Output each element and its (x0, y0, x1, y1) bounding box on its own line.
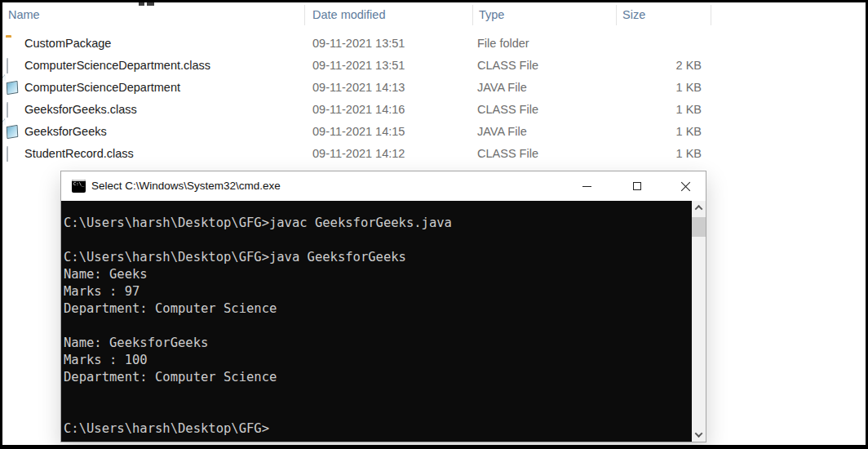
file-icon (6, 147, 20, 161)
terminal-line: Department: Computer Science (64, 300, 692, 318)
cmd-icon: C:\_ (72, 180, 86, 193)
terminal-line: Marks : 97 (64, 283, 692, 300)
file-name: CustomPackage (24, 33, 111, 55)
file-type: CLASS File (477, 99, 538, 121)
column-divider (304, 5, 305, 25)
java-book-icon (6, 125, 20, 139)
console-title-bar[interactable]: C:\_ Select C:\Windows\System32\cmd.exe (61, 171, 706, 201)
file-name: ComputerScienceDepartment.class (24, 55, 210, 77)
terminal-line: C:\Users\harsh\Desktop\GFG> (64, 420, 692, 438)
window-title: Select C:\Windows\System32\cmd.exe (91, 171, 281, 201)
terminal-line: Name: Geeks (64, 266, 692, 283)
file-name: GeeksforGeeks.class (24, 99, 137, 121)
file-date-modified: 09-11-2021 14:12 (312, 143, 405, 165)
minimize-icon (582, 186, 591, 187)
table-row[interactable]: GeeksforGeeks.class 09-11-2021 14:16 CLA… (2, 99, 866, 121)
column-divider (711, 5, 711, 25)
file-date-modified: 09-11-2021 13:51 (312, 55, 405, 77)
file-size: 2 KB (602, 55, 702, 77)
file-name: StudentRecord.class (24, 143, 134, 165)
file-type: JAVA File (477, 121, 527, 143)
terminal-line: Name: GeeksforGeeks (64, 335, 692, 352)
file-name: GeeksforGeeks (24, 121, 107, 143)
file-type: CLASS File (477, 55, 538, 77)
terminal-output[interactable]: C:\Users\harsh\Desktop\GFG>javac Geeksfo… (61, 201, 692, 442)
close-icon (680, 181, 691, 192)
file-size: 1 KB (602, 77, 702, 99)
file-size: 1 KB (602, 121, 702, 143)
file-size: 1 KB (602, 99, 702, 121)
scroll-up-button[interactable] (692, 201, 706, 215)
terminal-line (64, 403, 692, 420)
terminal-line (64, 232, 692, 249)
file-type: File folder (477, 33, 529, 55)
file-date-modified: 09-11-2021 14:13 (312, 77, 405, 99)
column-divider (472, 5, 473, 25)
table-row[interactable]: StudentRecord.class 09-11-2021 14:12 CLA… (2, 143, 866, 165)
column-header-date-modified[interactable]: Date modified (312, 2, 385, 28)
column-divider (616, 5, 617, 25)
minimize-button[interactable] (568, 171, 605, 201)
file-type: JAVA File (477, 77, 527, 99)
file-name: ComputerScienceDepartment (24, 77, 180, 99)
explorer-column-headers: Name Date modified Type Size (2, 2, 866, 28)
table-row[interactable]: ComputerScienceDepartment 09-11-2021 14:… (2, 77, 866, 99)
cmd-window: C:\_ Select C:\Windows\System32\cmd.exe … (60, 171, 706, 442)
terminal-line: Marks : 100 (64, 352, 692, 369)
screenshot-frame: Name Date modified Type Size CustomPacka… (0, 0, 868, 449)
column-header-name[interactable]: Name (8, 2, 40, 28)
folder-icon (6, 37, 20, 51)
file-icon (6, 103, 20, 117)
scrollbar-thumb[interactable] (692, 217, 706, 237)
column-header-size[interactable]: Size (622, 2, 645, 28)
table-row[interactable]: ComputerScienceDepartment.class 09-11-20… (2, 55, 866, 77)
scrollbar[interactable] (692, 201, 706, 442)
terminal-line (64, 386, 692, 403)
chevron-down-icon (695, 429, 703, 438)
file-date-modified: 09-11-2021 13:51 (312, 33, 405, 55)
file-date-modified: 09-11-2021 14:15 (312, 121, 405, 143)
close-button[interactable] (666, 171, 704, 201)
java-book-icon (6, 81, 20, 95)
console-body: C:\Users\harsh\Desktop\GFG>javac Geeksfo… (61, 201, 706, 442)
maximize-button[interactable] (618, 171, 656, 201)
table-row[interactable]: CustomPackage 09-11-2021 13:51 File fold… (2, 33, 866, 55)
terminal-line (64, 318, 692, 335)
file-size (602, 33, 702, 55)
chevron-up-icon (695, 205, 703, 213)
file-type: CLASS File (477, 143, 538, 165)
file-list: CustomPackage 09-11-2021 13:51 File fold… (2, 33, 866, 165)
table-row[interactable]: GeeksforGeeks 09-11-2021 14:15 JAVA File… (2, 121, 866, 143)
terminal-line: Department: Computer Science (64, 369, 692, 386)
file-size: 1 KB (602, 143, 702, 165)
terminal-line: C:\Users\harsh\Desktop\GFG>java Geeksfor… (64, 249, 692, 266)
scroll-down-button[interactable] (692, 428, 706, 442)
column-header-type[interactable]: Type (479, 2, 504, 28)
file-date-modified: 09-11-2021 14:16 (312, 99, 405, 121)
maximize-icon (633, 182, 641, 190)
file-icon (6, 59, 20, 73)
terminal-line: C:\Users\harsh\Desktop\GFG>javac Geeksfo… (64, 215, 692, 232)
